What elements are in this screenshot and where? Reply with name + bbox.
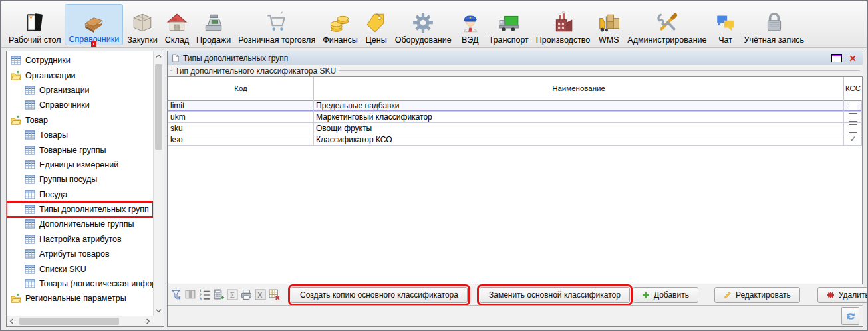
- sidebar-horizontal-scrollbar[interactable]: [7, 316, 153, 326]
- sidebar-item-product-groups[interactable]: Товарные группы: [7, 142, 153, 157]
- excel-export-icon[interactable]: X: [255, 288, 266, 302]
- numbered-list-icon[interactable]: 123: [199, 288, 210, 302]
- toolbar-item-label: Продажи: [196, 35, 231, 45]
- kcc-checkbox[interactable]: [849, 136, 857, 144]
- kcc-checkbox[interactable]: [849, 124, 857, 133]
- svg-text:X: X: [257, 291, 262, 299]
- table-icon: [25, 100, 35, 110]
- table-icon: [25, 278, 35, 289]
- content-area: Сотрудники Организации Организации Справ…: [1, 48, 867, 330]
- sidebar-item-product-attributes[interactable]: Атрибуты товаров: [7, 247, 153, 261]
- refresh-button[interactable]: [841, 307, 859, 325]
- table-toolbar: 123 Σ X Создать копию основного классифи…: [168, 284, 863, 305]
- toolbar-item-chat[interactable]: Чат: [711, 4, 740, 45]
- sidebar-item-additional-group-types[interactable]: Типы дополнительных групп: [7, 202, 153, 217]
- toolbar-item-prices[interactable]: Цены: [362, 4, 391, 45]
- kcc-checkbox[interactable]: [849, 113, 857, 122]
- delete-button[interactable]: Удалить: [817, 287, 868, 303]
- replace-main-classifier-button[interactable]: Заменить основной классификатор: [480, 287, 630, 303]
- sidebar-item-directories[interactable]: Справочники: [7, 98, 153, 112]
- scroll-down-arrow[interactable]: [154, 306, 164, 316]
- toolbar-item-customs[interactable]: ВЭД: [456, 4, 485, 45]
- toolbar-item-desktop[interactable]: Рабочий стол: [5, 4, 64, 45]
- toolbar-item-label: Учётная запись: [744, 35, 804, 45]
- print-icon[interactable]: [241, 288, 252, 302]
- toolbar-item-wms[interactable]: WMS: [594, 4, 623, 45]
- toolbar-item-label: Оборудование: [395, 35, 452, 45]
- table-header: Код Наименование КСС: [168, 77, 862, 100]
- panel-title: Типы дополнительных групп: [183, 54, 288, 63]
- toolbar-item-label: WMS: [599, 35, 619, 45]
- toolbar-item-label: Транспорт: [489, 35, 529, 45]
- table-row[interactable]: ukm Маркетинговый классификатор: [168, 112, 862, 123]
- module-toolbar: Рабочий стол Справочники Закупки Склад П…: [1, 1, 867, 48]
- close-icon[interactable]: ✕: [847, 53, 859, 64]
- sidebar-item-dishware-groups[interactable]: Группы посуды: [7, 172, 153, 187]
- coins-icon: [329, 9, 351, 34]
- table-row[interactable]: limit Предельные надбавки: [168, 100, 862, 112]
- sidebar-item-employees[interactable]: Сотрудники: [7, 53, 153, 68]
- table-icon: [25, 85, 35, 96]
- group-box-legend: Тип дополнительного классификатора SKU: [168, 65, 863, 76]
- table-icon: [25, 130, 35, 140]
- sidebar-vertical-scrollbar[interactable]: [153, 51, 164, 316]
- column-header-code[interactable]: Код: [168, 77, 314, 100]
- desktop-icon: [23, 9, 46, 34]
- pencil-icon: [724, 291, 732, 299]
- sidebar-item-additional-groups[interactable]: Дополнительные группы: [7, 217, 153, 231]
- toolbar-item-finance[interactable]: Финансы: [319, 4, 361, 45]
- book-icon: [82, 8, 105, 33]
- sidebar-item-product-folder[interactable]: Товар: [7, 113, 153, 128]
- toolbar-item-directories[interactable]: Справочники: [65, 4, 123, 45]
- table-row[interactable]: sku Овощи фрукты: [168, 123, 862, 134]
- toolbar-item-retail[interactable]: Розничная торговля: [235, 4, 319, 45]
- toolbar-item-label: ВЭД: [462, 35, 478, 45]
- sidebar-item-dishware[interactable]: Посуда: [7, 187, 153, 202]
- sidebar-item-attribute-settings[interactable]: Настройка атрибутов: [7, 232, 153, 247]
- toolbar-item-sales[interactable]: Продажи: [193, 4, 234, 45]
- table-icon: [25, 174, 35, 185]
- sum-icon[interactable]: Σ: [227, 288, 238, 302]
- scrollbar-thumb[interactable]: [155, 64, 162, 150]
- cart-icon: [265, 9, 288, 34]
- toolbar-item-account[interactable]: Учётная запись: [741, 4, 807, 45]
- copy-main-classifier-button[interactable]: Создать копию основного классификатора: [291, 287, 468, 303]
- scrollbar-thumb[interactable]: [19, 318, 119, 325]
- sidebar-item-regional-params-folder[interactable]: Региональные параметры: [7, 291, 153, 306]
- toolbar-item-label: Рабочий стол: [9, 35, 61, 45]
- columns-icon[interactable]: [185, 288, 196, 302]
- toolbar-item-production[interactable]: Производство: [533, 4, 594, 45]
- toolbar-item-administration[interactable]: Администрирование: [624, 4, 710, 45]
- scroll-left-arrow[interactable]: [7, 316, 17, 326]
- app-window: Рабочий стол Справочники Закупки Склад П…: [0, 0, 868, 331]
- sidebar-item-organizations[interactable]: Организации: [7, 83, 153, 98]
- sidebar-item-products[interactable]: Товары: [7, 128, 153, 142]
- sidebar-item-products-logistics[interactable]: Товары (логистическая инфор: [7, 276, 153, 291]
- toolbar-item-purchases[interactable]: Закупки: [124, 4, 161, 45]
- panel-titlebar: Типы дополнительных групп ✕: [168, 51, 863, 65]
- sidebar-item-sku-lists[interactable]: Списки SKU: [7, 261, 153, 276]
- column-header-name[interactable]: Наименование: [314, 77, 844, 100]
- navigation-sidebar: Сотрудники Организации Организации Справ…: [6, 51, 164, 327]
- toolbar-item-equipment[interactable]: Оборудование: [392, 4, 455, 45]
- toolbar-item-warehouse[interactable]: Склад: [162, 4, 192, 45]
- table-row[interactable]: kso Классификатор КСО: [168, 134, 862, 146]
- truck-icon: [498, 9, 520, 34]
- edit-button[interactable]: Редактировать: [714, 287, 800, 303]
- scroll-right-arrow[interactable]: [143, 316, 153, 326]
- sidebar-item-organizations-folder[interactable]: Организации: [7, 68, 153, 82]
- table-icon: [25, 219, 35, 229]
- folder-icon: [11, 115, 21, 126]
- toolbar-item-label: Производство: [536, 35, 591, 45]
- filter-icon[interactable]: [171, 288, 182, 302]
- toolbar-item-transport[interactable]: Транспорт: [486, 4, 532, 45]
- scroll-up-arrow[interactable]: [154, 51, 164, 61]
- toolbar-item-label: Чат: [718, 35, 732, 45]
- sidebar-item-units[interactable]: Единицы измерений: [7, 158, 153, 172]
- remove-column-icon[interactable]: [269, 288, 280, 302]
- calculator-add-icon[interactable]: [213, 288, 224, 302]
- maximize-button[interactable]: [831, 53, 843, 64]
- add-button[interactable]: Добавить: [633, 287, 698, 303]
- column-header-kcc[interactable]: КСС: [844, 77, 862, 100]
- kcc-checkbox[interactable]: [849, 102, 857, 110]
